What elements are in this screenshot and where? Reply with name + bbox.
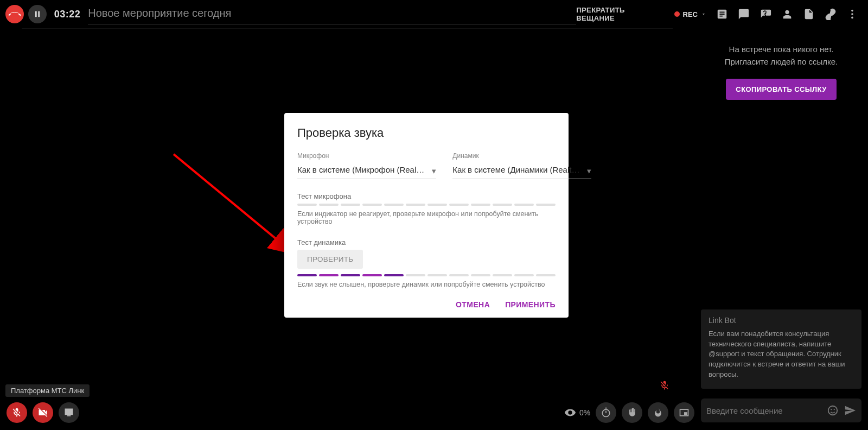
mic-off-icon [11, 407, 22, 418]
svg-point-0 [851, 10, 853, 12]
stop-broadcast-button[interactable]: ПРЕКРАТИТЬ ВЕЩАНИЕ [576, 6, 664, 22]
rec-button[interactable]: REC [674, 10, 706, 18]
phone-hangup-icon [9, 8, 21, 20]
timer-button[interactable] [596, 402, 616, 423]
chevron-down-icon [701, 11, 706, 17]
hand-icon [627, 407, 637, 418]
reactions-button[interactable] [648, 402, 668, 423]
call-timer: 03:22 [54, 9, 81, 20]
event-title-wrap [88, 4, 576, 24]
visibility-indicator[interactable]: 0% [564, 407, 590, 419]
hangup-button[interactable] [5, 5, 24, 23]
more-vert-icon[interactable] [846, 8, 858, 20]
event-title-input[interactable] [88, 4, 576, 24]
person-icon[interactable] [781, 8, 793, 20]
visibility-pct: 0% [579, 408, 590, 417]
svg-point-4 [828, 406, 838, 415]
mic-muted-indicator-icon [659, 380, 670, 391]
empty-line-2: Пригласите людей по ссылке. [705, 56, 857, 68]
chat-input-row [701, 399, 861, 422]
mic-level-meter [297, 204, 556, 206]
sound-check-modal: Проверка звука Микрофон Как в системе (М… [284, 113, 569, 318]
mic-toggle-button[interactable] [7, 402, 27, 423]
pause-icon [33, 10, 42, 18]
modal-title: Проверка звука [297, 126, 556, 140]
apply-button[interactable]: ПРИМЕНИТЬ [505, 300, 556, 309]
send-icon[interactable] [844, 404, 856, 416]
camera-off-icon [37, 407, 48, 418]
bot-message: Link Bot Если вам понадобится консультац… [701, 309, 861, 389]
bottom-right-controls: 0% [564, 395, 694, 430]
rec-label: REC [683, 10, 698, 18]
speaker-select-value: Как в системе (Динамики (Realt… [452, 165, 579, 174]
notes-icon[interactable] [716, 8, 728, 20]
screen-share-icon [63, 407, 74, 418]
mic-label: Микрофон [297, 152, 436, 160]
svg-point-6 [834, 409, 835, 410]
speaker-test-label: Тест динамика [297, 238, 556, 246]
document-icon[interactable] [803, 8, 815, 20]
svg-rect-9 [684, 412, 687, 415]
mic-hint: Если индикатор не реагирует, проверьте м… [297, 210, 556, 225]
eye-icon [564, 407, 576, 419]
mic-test-label: Тест микрофона [297, 192, 556, 200]
speaker-hint: Если звук не слышен, проверьте динамик и… [297, 281, 556, 288]
copy-link-button[interactable]: СКОПИРОВАТЬ ССЫЛКУ [726, 79, 836, 100]
bot-text: Если вам понадобится консультация технич… [709, 329, 854, 380]
empty-line-1: На встрече пока никого нет. [705, 43, 857, 56]
fire-icon [653, 407, 663, 418]
speaker-label: Динамик [452, 152, 591, 160]
pause-button[interactable] [28, 5, 47, 23]
bot-title: Link Bot [709, 316, 854, 325]
speaker-level-meter [297, 274, 556, 276]
speaker-select[interactable]: Как в системе (Динамики (Realt… ▾ [452, 162, 591, 179]
right-sidebar: На встрече пока никого нет. Пригласите л… [694, 28, 868, 395]
svg-point-7 [603, 409, 610, 416]
chevron-down-icon: ▾ [587, 166, 591, 176]
help-icon[interactable] [760, 8, 771, 20]
svg-point-1 [851, 13, 853, 15]
camera-toggle-button[interactable] [33, 402, 53, 423]
stopwatch-icon [601, 407, 611, 418]
svg-point-2 [851, 17, 853, 19]
pip-icon [679, 407, 690, 418]
topbar: 03:22 ПРЕКРАТИТЬ ВЕЩАНИЕ REC [0, 0, 868, 28]
share-screen-button[interactable] [59, 402, 79, 423]
test-speaker-button[interactable]: ПРОВЕРИТЬ [297, 250, 363, 269]
link-icon[interactable] [825, 8, 837, 20]
raise-hand-button[interactable] [622, 402, 642, 423]
mic-select[interactable]: Как в системе (Микрофон (Real… ▾ [297, 162, 436, 179]
topbar-right: ПРЕКРАТИТЬ ВЕЩАНИЕ REC [576, 6, 863, 22]
mic-select-value: Как в системе (Микрофон (Real… [297, 165, 424, 174]
pip-button[interactable] [674, 402, 694, 423]
cancel-button[interactable]: ОТМЕНА [456, 300, 490, 309]
emoji-icon[interactable] [827, 404, 839, 416]
rec-dot-icon [674, 11, 680, 17]
chat-input[interactable] [706, 406, 821, 415]
chat-icon[interactable] [738, 8, 750, 20]
chevron-down-icon: ▾ [432, 166, 436, 176]
sidebar-empty-state: На встрече пока никого нет. Пригласите л… [694, 28, 868, 100]
svg-point-5 [831, 409, 832, 410]
